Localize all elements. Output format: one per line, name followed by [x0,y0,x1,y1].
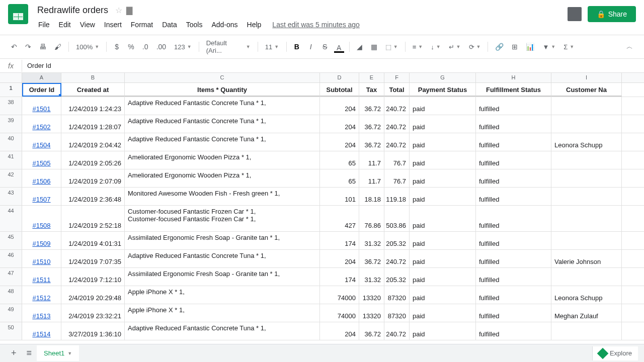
cell-customer[interactable]: Meghan Zulauf [551,304,622,322]
cell-customer[interactable] [551,268,622,286]
sheet-tab-menu-icon[interactable]: ▼ [67,351,72,356]
cell-items[interactable]: Monitored Awesome Wooden Fish - Fresh gr… [125,188,320,205]
row-header[interactable]: 47 [0,268,22,286]
menu-edit[interactable]: Edit [55,19,75,31]
cell-items[interactable]: Adaptive Reduced Fantastic Concrete Tuna… [125,133,320,151]
cell-created[interactable]: 1/24/2019 4:01:31 [61,232,125,249]
cell-order-id[interactable]: #1512 [22,286,61,304]
sheets-logo-icon[interactable] [8,4,28,24]
column-header-G[interactable]: G [410,73,476,82]
menu-addons[interactable]: Add-ons [207,19,242,31]
cell-payment[interactable]: paid [410,304,476,322]
cell-subtotal[interactable]: 65 [320,169,359,187]
cell-tax[interactable]: 11.7 [359,169,384,187]
cell-order-id[interactable]: #1502 [22,115,61,133]
cell-customer[interactable] [551,232,622,249]
cell-fulfillment[interactable]: fulfilled [476,304,551,322]
fx-icon[interactable]: fx [0,60,22,72]
cell-subtotal[interactable]: 174 [320,268,359,286]
cell-fulfillment[interactable]: fulfilled [476,97,551,115]
cell-items[interactable]: Ameliorated Ergonomic Wooden Pizza * 1, [125,151,320,169]
add-sheet-icon[interactable]: + [6,345,22,361]
cell-fulfillment[interactable]: fulfilled [476,286,551,304]
document-title[interactable]: Redrawlife orders [34,4,111,17]
strikethrough-icon[interactable]: S [319,40,331,54]
insert-comment-icon[interactable]: ⊞ [509,40,521,54]
cell-subtotal[interactable]: 101 [320,188,359,205]
vertical-align-icon[interactable]: ↓▼ [428,41,443,53]
cell-tax[interactable]: 31.32 [359,268,384,286]
cell-tax[interactable]: 36.72 [359,322,384,340]
cell-payment[interactable]: paid [410,169,476,187]
all-sheets-icon[interactable]: ≡ [22,345,37,361]
cell-subtotal[interactable]: 204 [320,97,359,115]
cell-total[interactable]: 76.7 [384,169,410,187]
font-size-dropdown[interactable]: 11▼ [262,41,282,53]
order-link[interactable]: #1514 [32,330,50,338]
menu-view[interactable]: View [76,19,99,31]
sheet-tab[interactable]: Sheet1 ▼ [37,345,79,361]
paint-format-icon[interactable]: 🖌 [51,40,64,54]
cell-created[interactable]: 1/24/2019 7:07:35 [61,250,125,267]
cell-total[interactable]: 205.32 [384,268,410,286]
select-all-corner[interactable] [0,73,22,82]
row-header[interactable]: 1 [0,83,22,97]
cell-fulfillment[interactable]: fulfilled [476,250,551,267]
cell-payment[interactable]: paid [410,97,476,115]
cell-subtotal[interactable]: 204 [320,133,359,151]
cell-subtotal[interactable]: 204 [320,115,359,133]
cell-tax[interactable]: 18.18 [359,188,384,205]
insert-chart-icon[interactable]: 📊 [523,40,537,54]
cell-tax[interactable]: 36.72 [359,115,384,133]
menu-insert[interactable]: Insert [100,19,126,31]
column-header-D[interactable]: D [320,73,359,82]
cell-order-id[interactable]: #1514 [22,322,61,340]
row-header[interactable]: 50 [0,322,22,340]
cell-fulfillment[interactable]: fulfilled [476,115,551,133]
cell-fulfillment[interactable]: fulfilled [476,206,551,231]
cell-tax[interactable]: 13320 [359,286,384,304]
menu-help[interactable]: Help [243,19,266,31]
cell-created[interactable]: 1/24/2019 1:24:23 [61,97,125,115]
zoom-dropdown[interactable]: 100%▼ [73,41,102,53]
header-cell-A[interactable]: Order Id [22,83,61,97]
cell-customer[interactable]: Leonora Schupp [551,286,622,304]
cell-order-id[interactable]: #1505 [22,151,61,169]
format-percent-icon[interactable]: % [125,40,137,54]
order-link[interactable]: #1505 [32,159,50,167]
row-header[interactable]: 48 [0,286,22,304]
order-link[interactable]: #1508 [32,222,50,229]
cell-total[interactable]: 240.72 [384,250,410,267]
cell-tax[interactable]: 11.7 [359,151,384,169]
format-currency-icon[interactable]: $ [111,40,123,54]
cell-created[interactable]: 1/24/2019 1:28:07 [61,115,125,133]
text-rotation-icon[interactable]: ⟳▼ [466,41,484,53]
cell-created[interactable]: 1/24/2019 7:12:10 [61,268,125,286]
cell-customer[interactable] [551,97,622,115]
explore-button[interactable]: Explore [592,346,638,360]
column-header-H[interactable]: H [476,73,551,82]
cell-items[interactable]: Ameliorated Ergonomic Wooden Pizza * 1, [125,169,320,187]
cell-payment[interactable]: paid [410,115,476,133]
order-link[interactable]: #1511 [32,276,50,284]
row-header[interactable]: 49 [0,304,22,322]
cell-payment[interactable]: paid [410,151,476,169]
header-cell-G[interactable]: Payment Status [410,83,476,97]
cell-customer[interactable] [551,188,622,205]
cell-payment[interactable]: paid [410,133,476,151]
cell-fulfillment[interactable]: fulfilled [476,232,551,249]
row-header[interactable]: 38 [0,97,22,115]
cell-customer[interactable] [551,115,622,133]
cell-payment[interactable]: paid [410,250,476,267]
rows-container[interactable]: 1Order IdCreated atItems * QuantitySubto… [0,83,644,344]
cell-items[interactable]: Adaptive Reduced Fantastic Concrete Tuna… [125,322,320,340]
cell-total[interactable]: 240.72 [384,133,410,151]
fill-color-icon[interactable]: ◢ [354,40,366,54]
font-dropdown[interactable]: Default (Ari...▼ [203,37,254,56]
collapse-toolbar-icon[interactable]: ︿ [623,39,636,54]
order-link[interactable]: #1512 [32,294,50,302]
text-color-icon[interactable]: A [333,41,345,53]
cell-payment[interactable]: paid [410,206,476,231]
header-cell-H[interactable]: Fulfillment Status [476,83,551,97]
cell-tax[interactable]: 76.86 [359,206,384,231]
